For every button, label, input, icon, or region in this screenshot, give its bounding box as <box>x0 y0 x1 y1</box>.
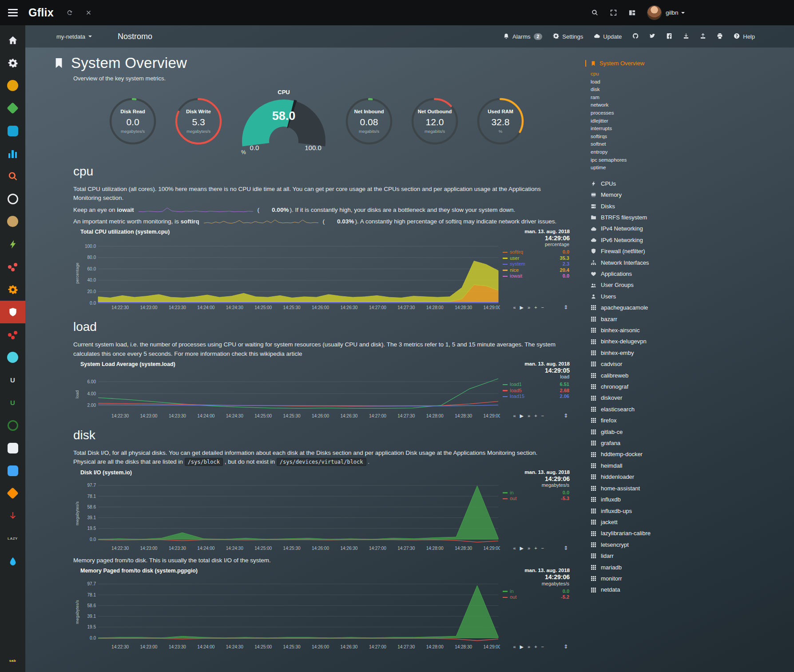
hamburger-menu-icon[interactable] <box>8 9 18 16</box>
nav-item-processes[interactable]: processes <box>591 109 724 117</box>
play-icon[interactable]: ▶ <box>520 413 524 419</box>
nav-app-netdata[interactable]: netdata <box>591 584 724 595</box>
nav-app-lazylibrarian-calibre[interactable]: lazylibrarian-calibre <box>591 528 724 539</box>
zoom-out-icon[interactable]: − <box>541 644 544 650</box>
sidebar-app-sab[interactable]: sab <box>0 649 25 672</box>
sidebar-app-white-ring[interactable] <box>0 187 25 210</box>
sidebar-app-white-square[interactable] <box>0 437 25 459</box>
nav-app-mariadb[interactable]: mariadb <box>591 562 724 573</box>
nav-section-applications[interactable]: Applications <box>591 268 724 279</box>
nav-item-disk[interactable]: disk <box>591 86 724 94</box>
nav-app-firefox[interactable]: firefox <box>591 415 724 426</box>
sidebar-app-orange-circle[interactable] <box>0 74 25 97</box>
facebook-link[interactable] <box>666 33 672 40</box>
pan-forward-icon[interactable]: » <box>528 305 530 310</box>
chart-plot-cpu[interactable]: 100.080.060.040.020.00.014:22:3014:23:00… <box>80 242 500 311</box>
nav-item-network[interactable]: network <box>591 101 724 109</box>
zoom-in-icon[interactable]: + <box>534 305 537 310</box>
nav-app-lidarr[interactable]: lidarr <box>591 550 724 561</box>
sidebar-app-search[interactable] <box>0 165 25 187</box>
nav-item-load[interactable]: load <box>591 78 724 86</box>
sidebar-app-blue-window[interactable] <box>0 459 25 482</box>
nav-app-influxdb[interactable]: influxdb <box>591 494 724 505</box>
sidebar-app-red-download[interactable] <box>0 505 25 527</box>
nav-item-ram[interactable]: ram <box>591 94 724 102</box>
nav-app-heimdall[interactable]: heimdall <box>591 460 724 471</box>
export-button[interactable] <box>700 33 706 40</box>
legend-item-in[interactable]: in0.0 <box>503 490 569 496</box>
pan-back-icon[interactable]: « <box>513 413 516 419</box>
help-button[interactable]: Help <box>734 33 755 40</box>
sidebar-app-red-dots[interactable] <box>0 323 25 346</box>
legend-item-softirq[interactable]: softirq0.0 <box>503 249 569 255</box>
nav-item-ipc-semaphores[interactable]: ipc semaphores <box>591 156 724 164</box>
avatar[interactable] <box>647 6 661 20</box>
play-icon[interactable]: ▶ <box>520 305 524 310</box>
legend-item-load5[interactable]: load52.68 <box>503 388 569 394</box>
nav-item-idlejitter[interactable]: idlejitter <box>591 117 724 125</box>
sidebar-app-u-green[interactable]: U <box>0 391 25 414</box>
nav-app-chronograf[interactable]: chronograf <box>591 381 724 392</box>
nav-app-binhex-airsonic[interactable]: binhex-airsonic <box>591 325 724 336</box>
legend-item-system[interactable]: system2.3 <box>503 261 569 267</box>
gauge-cpu[interactable]: CPU58.00.0100.0% <box>238 89 329 155</box>
gauge-used-ram[interactable]: Used RAM32.8% <box>475 95 526 149</box>
sidebar-app-orange-gear[interactable] <box>0 278 25 301</box>
legend-item-out[interactable]: out-5.3 <box>503 496 569 502</box>
legend-item-iowait[interactable]: iowait0.0 <box>503 273 569 279</box>
sidebar-app-green-bolt[interactable] <box>0 233 25 255</box>
nav-section-btrfs-filesystem[interactable]: BTRFS filesystem <box>591 212 724 223</box>
gauge-disk-read[interactable]: Disk Read0.0megabytes/s <box>107 95 159 149</box>
sidebar-app-orange-diamond[interactable] <box>0 482 25 505</box>
sidebar-home[interactable] <box>0 29 25 52</box>
nav-section-disks[interactable]: Disks <box>591 201 724 212</box>
legend-item-nice[interactable]: nice20.4 <box>503 267 569 274</box>
nav-item-softnet[interactable]: softnet <box>591 140 724 148</box>
zoom-out-icon[interactable]: − <box>541 413 544 419</box>
settings-button[interactable]: Settings <box>553 33 583 40</box>
tabs-button[interactable] <box>629 9 635 16</box>
nav-section-users[interactable]: Users <box>591 291 724 302</box>
pan-back-icon[interactable]: « <box>513 305 516 310</box>
github-link[interactable] <box>632 33 639 40</box>
chart-plot-disk[interactable]: 97.778.158.639.119.50.014:22:3014:23:001… <box>80 482 500 552</box>
chart-resize-handle-cpu[interactable]: ⇕ <box>564 304 568 310</box>
nav-section-memory[interactable]: Memory <box>591 189 724 200</box>
alarms-button[interactable]: Alarms 2 <box>503 33 542 40</box>
pan-forward-icon[interactable]: » <box>528 644 530 650</box>
chart-resize-handle-pgpgio[interactable]: ⇕ <box>564 644 568 650</box>
nav-section-ipv6-networking[interactable]: IPv6 Networking <box>591 235 724 246</box>
nav-section-network-interfaces[interactable]: Network Interfaces <box>591 257 724 268</box>
nav-app-elasticsearch[interactable]: elasticsearch <box>591 404 724 415</box>
nav-section-cpus[interactable]: CPUs <box>591 178 724 189</box>
sidebar-settings[interactable] <box>0 52 25 74</box>
zoom-in-icon[interactable]: + <box>534 545 537 551</box>
chart-resize-handle-load[interactable]: ⇕ <box>564 413 568 419</box>
legend-item-in[interactable]: in0.0 <box>503 588 569 595</box>
nav-app-hddtemp-docker[interactable]: hddtemp-docker <box>591 449 724 460</box>
nav-app-gitlab-ce[interactable]: gitlab-ce <box>591 426 724 437</box>
nav-item-entropy[interactable]: entropy <box>591 148 724 156</box>
nav-section-firewall-netfilter-[interactable]: Firewall (netfilter) <box>591 246 724 257</box>
nav-app-bazarr[interactable]: bazarr <box>591 314 724 325</box>
nav-app-monitorr[interactable]: monitorr <box>591 573 724 584</box>
nav-app-cadvisor[interactable]: cadvisor <box>591 358 724 370</box>
zoom-in-icon[interactable]: + <box>534 413 537 419</box>
sidebar-app-blue-drop[interactable] <box>0 550 25 573</box>
pan-forward-icon[interactable]: » <box>528 545 530 551</box>
nav-app-jackett[interactable]: jackett <box>591 517 724 528</box>
zoom-out-icon[interactable]: − <box>541 305 544 310</box>
nav-item-cpu[interactable]: cpu <box>591 70 724 78</box>
nav-app-home-assistant[interactable]: home-assistant <box>591 483 724 494</box>
play-icon[interactable]: ▶ <box>520 545 524 551</box>
sidebar-app-lazy[interactable]: LAZY <box>0 527 25 550</box>
sidebar-app-blue-bars[interactable] <box>0 142 25 165</box>
import-button[interactable] <box>683 33 689 40</box>
sidebar-app-pink-dots[interactable] <box>0 255 25 278</box>
zoom-out-icon[interactable]: − <box>541 545 544 551</box>
close-button[interactable] <box>85 9 92 16</box>
search-button[interactable] <box>592 9 598 16</box>
print-button[interactable] <box>717 33 723 40</box>
sidebar-app-tan-circle[interactable] <box>0 210 25 233</box>
nav-app-influxdb-ups[interactable]: influxdb-ups <box>591 505 724 517</box>
